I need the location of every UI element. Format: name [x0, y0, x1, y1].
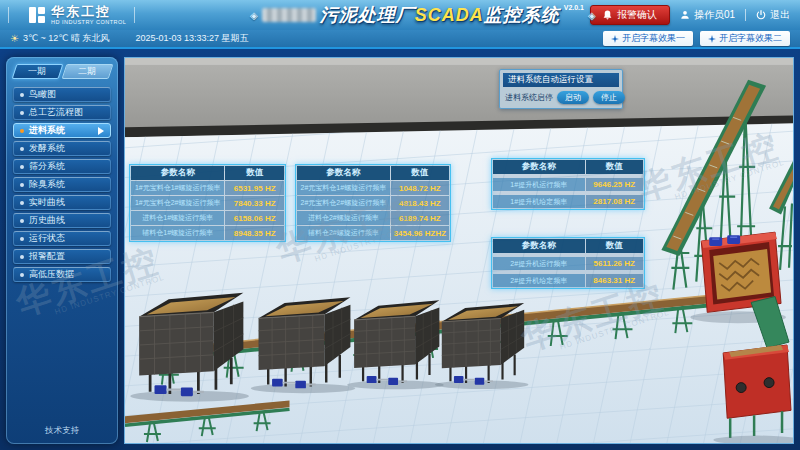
table-row: 进料仓2#螺旋运行频率6189.74 HZ — [297, 211, 449, 225]
logo-icon — [29, 7, 45, 23]
chevron-right-icon — [98, 127, 104, 135]
column-header: 数值 — [586, 239, 644, 253]
divider — [8, 7, 9, 23]
diamond-icon: ◈ — [588, 10, 596, 21]
param-table-elevator-2: 参数名称 数值 2#提升机运行频率5611.26 HZ 2#提升机给定频率846… — [491, 237, 645, 289]
weather-text: 3℃ ~ 12℃ 晴 东北风 — [23, 32, 110, 45]
column-header: 数值 — [391, 166, 449, 180]
weather-icon: ☀ — [10, 33, 19, 44]
sidebar-item-feeding-system[interactable]: 进料系统 — [13, 123, 111, 138]
param-table-elevator-1: 参数名称 数值 1#提升机运行频率9646.25 HZ 1#提升机给定频率281… — [491, 158, 645, 210]
bullet-icon — [20, 237, 24, 241]
bullet-icon — [20, 219, 24, 223]
sidebar-item-screening-system[interactable]: 筛分系统 — [13, 159, 111, 174]
title-scada: SCADA — [415, 5, 484, 25]
table-row: 1#提升机给定频率2817.08 HZ — [493, 195, 643, 208]
bullet-icon — [20, 111, 24, 115]
divider — [134, 7, 135, 23]
column-header: 数值 — [225, 166, 284, 180]
stop-button[interactable]: 停止 — [593, 91, 625, 104]
table-row: 2#元宝料仓1#螺旋运行频率1048.72 HZ — [297, 181, 449, 195]
divider — [745, 9, 746, 21]
table-row: 进料仓1#螺旋运行频率6158.06 HZ — [131, 211, 284, 225]
column-header: 参数名称 — [131, 166, 224, 180]
param-table-silo-group-1: 参数名称 数值 1#元宝料仓1#螺旋运行频率6531.95 HZ 1#元宝料仓2… — [129, 164, 286, 242]
version-label: V2.0.1 — [564, 4, 584, 11]
sidebar: 一期 二期 鸟瞰图 总工艺流程图 进料系统 发酵系统 筛分系统 除臭系统 实时曲… — [6, 57, 118, 444]
status-bar: ☀ 3℃ ~ 12℃ 晴 东北风 2025-01-03 13:33:27 星期五… — [0, 30, 800, 47]
feed-auto-settings-popup: 进料系统自动运行设置 进料系统启停 启动 停止 — [499, 69, 623, 109]
start-button[interactable]: 启动 — [557, 91, 589, 104]
table-row: 2#提升机给定频率8463.31 HZ — [493, 274, 643, 287]
main-content: 一期 二期 鸟瞰图 总工艺流程图 进料系统 发酵系统 筛分系统 除臭系统 实时曲… — [0, 47, 800, 450]
alarm-confirm-button[interactable]: 报警确认 — [590, 5, 670, 25]
plant-3d-scene — [125, 58, 793, 443]
sidebar-item-realtime-curves[interactable]: 实时曲线 — [13, 195, 111, 210]
column-header: 参数名称 — [297, 166, 390, 180]
param-table-silo-group-2: 参数名称 数值 2#元宝料仓1#螺旋运行频率1048.72 HZ 2#元宝料仓2… — [295, 164, 451, 242]
table-row: 辅料仓1#螺旋运行频率8948.35 HZ — [131, 226, 284, 240]
bullet-icon — [20, 129, 24, 133]
bullet-icon — [20, 147, 24, 151]
bullet-icon — [20, 273, 24, 277]
logo-subtitle: HD INDUSTRY CONTROL — [51, 20, 126, 26]
tab-phase-2[interactable]: 二期 — [61, 64, 112, 79]
bullet-icon — [20, 93, 24, 97]
diamond-icon: ◈ — [250, 10, 258, 21]
bullet-icon — [20, 183, 24, 187]
column-header: 参数名称 — [493, 239, 585, 253]
power-icon — [756, 10, 766, 20]
sidebar-item-voltage-data[interactable]: 高低压数据 — [13, 267, 111, 282]
table-row: 2#元宝料仓2#螺旋运行频率4818.43 HZ — [297, 196, 449, 210]
app-header: 华东工控 HD INDUSTRY CONTROL ◈ 污泥处理厂SCADA监控系… — [0, 0, 800, 30]
sidebar-item-running-status[interactable]: 运行状态 — [13, 231, 111, 246]
sidebar-item-alarm-config[interactable]: 报警配置 — [13, 249, 111, 264]
tab-phase-1[interactable]: 一期 — [12, 64, 63, 79]
bell-icon — [603, 10, 612, 20]
sidebar-item-birdview[interactable]: 鸟瞰图 — [13, 87, 111, 102]
logout-button[interactable]: 退出 — [756, 8, 790, 22]
user-icon — [680, 10, 690, 20]
popup-title: 进料系统自动运行设置 — [503, 73, 619, 87]
table-row: 1#元宝料仓1#螺旋运行频率6531.95 HZ — [131, 181, 284, 195]
tech-support-link[interactable]: 技术支持 — [6, 425, 118, 437]
sidebar-item-deodorization-system[interactable]: 除臭系统 — [13, 177, 111, 192]
sparkle-icon — [708, 35, 716, 43]
datetime-text: 2025-01-03 13:33:27 星期五 — [135, 32, 248, 45]
logo: 华东工控 HD INDUSTRY CONTROL — [17, 5, 126, 26]
title-suffix: 监控系统 — [484, 5, 560, 25]
bullet-icon — [20, 165, 24, 169]
bullet-icon — [20, 201, 24, 205]
redacted-plant-name — [262, 8, 316, 22]
logo-title: 华东工控 — [51, 5, 126, 18]
table-row: 2#提升机运行频率5611.26 HZ — [493, 257, 643, 270]
sidebar-item-process-flow[interactable]: 总工艺流程图 — [13, 105, 111, 120]
popup-row-label: 进料系统启停 — [505, 92, 553, 103]
subtitle-effect-2-button[interactable]: 开启字幕效果二 — [700, 31, 790, 46]
title-plant: 污泥处理厂 — [320, 5, 415, 25]
column-header: 参数名称 — [493, 160, 585, 174]
table-row: 1#元宝料仓2#螺旋运行频率7840.33 HZ — [131, 196, 284, 210]
sidebar-item-fermentation-system[interactable]: 发酵系统 — [13, 141, 111, 156]
table-row: 1#提升机运行频率9646.25 HZ — [493, 178, 643, 191]
page-title: ◈ 污泥处理厂SCADA监控系统 V2.0.1 ◈ — [250, 0, 596, 30]
scene-viewport[interactable]: 进料系统自动运行设置 进料系统启停 启动 停止 参数名称 数值 1#元宝料仓1#… — [124, 57, 794, 444]
sidebar-item-history-curves[interactable]: 历史曲线 — [13, 213, 111, 228]
table-row: 辅料仓2#螺旋运行频率3454.96 HZHZ — [297, 226, 449, 240]
sparkle-icon — [611, 35, 619, 43]
subtitle-effect-1-button[interactable]: 开启字幕效果一 — [603, 31, 693, 46]
column-header: 数值 — [586, 160, 644, 174]
bullet-icon — [20, 255, 24, 259]
operator-menu[interactable]: 操作员01 — [680, 8, 735, 22]
